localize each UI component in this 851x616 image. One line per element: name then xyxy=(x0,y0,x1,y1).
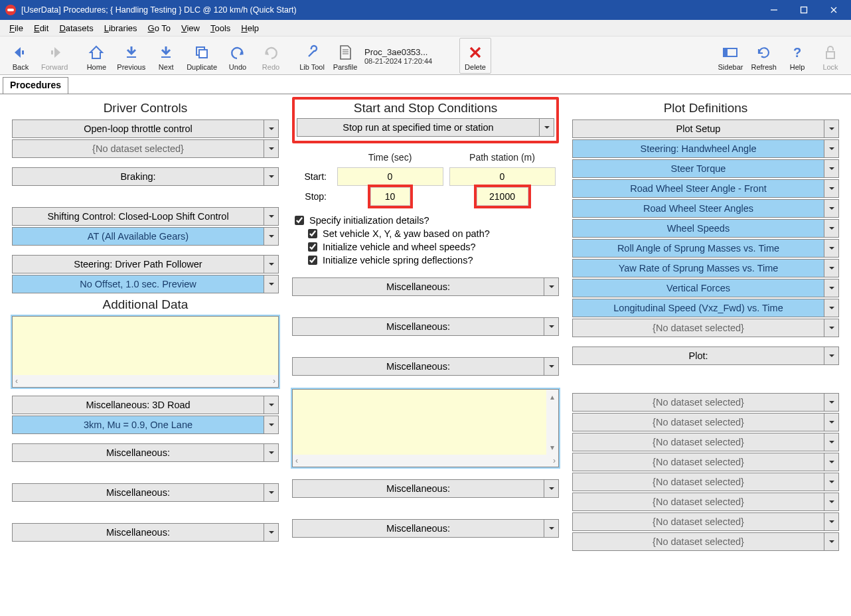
scrollbar-vertical[interactable]: ▴▾ xyxy=(546,390,558,455)
init-xy-checkbox[interactable] xyxy=(308,229,317,238)
plot-item-dropdown[interactable]: Road Wheel Steer Angles xyxy=(572,199,824,218)
chevron-down-icon[interactable] xyxy=(264,255,279,273)
chevron-down-icon[interactable] xyxy=(824,159,839,178)
help-button[interactable]: ?Help xyxy=(781,38,813,74)
menu-view[interactable]: View xyxy=(176,23,205,33)
plot-nosel-dropdown[interactable]: {No dataset selected} xyxy=(572,319,824,337)
chevron-down-icon[interactable] xyxy=(824,319,839,337)
plot-item-dropdown[interactable]: Steer Torque xyxy=(572,159,824,178)
misc-center-2[interactable]: Miscellaneous: xyxy=(292,317,544,336)
menu-datasets[interactable]: Datasets xyxy=(54,23,98,33)
stop-path-input[interactable]: 21000 xyxy=(477,187,528,206)
chevron-down-icon[interactable] xyxy=(824,219,839,238)
menu-tools[interactable]: Tools xyxy=(205,23,236,33)
chevron-down-icon[interactable] xyxy=(824,199,839,218)
chevron-down-icon[interactable] xyxy=(264,523,279,542)
plot-nosel-dropdown[interactable]: {No dataset selected} xyxy=(572,493,824,511)
start-time-input[interactable]: 0 xyxy=(337,167,443,186)
plot-item-dropdown[interactable]: Yaw Rate of Sprung Masses vs. Time xyxy=(572,259,824,277)
plot-nosel-dropdown[interactable]: {No dataset selected} xyxy=(572,532,824,551)
chevron-down-icon[interactable] xyxy=(544,317,559,336)
chevron-down-icon[interactable] xyxy=(824,179,839,198)
misc-center-4[interactable]: Miscellaneous: xyxy=(292,479,544,498)
chevron-down-icon[interactable] xyxy=(264,275,279,293)
undo-button[interactable]: Undo xyxy=(222,38,254,74)
chevron-down-icon[interactable] xyxy=(264,139,279,158)
plot-nosel-dropdown[interactable]: {No dataset selected} xyxy=(572,453,824,471)
redo-button[interactable]: Redo xyxy=(255,38,287,74)
back-button[interactable]: Back xyxy=(5,38,37,74)
plot-nosel-dropdown[interactable]: {No dataset selected} xyxy=(572,413,824,431)
init-spring-checkbox[interactable] xyxy=(308,256,317,265)
plot-item-dropdown[interactable]: Wheel Speeds xyxy=(572,219,824,238)
parsfile-button[interactable]: Parsfile xyxy=(329,38,361,74)
home-button[interactable]: Home xyxy=(80,38,112,74)
chevron-down-icon[interactable] xyxy=(824,393,839,412)
chevron-down-icon[interactable] xyxy=(544,357,559,376)
stop-condition-dropdown[interactable]: Stop run at specified time or station xyxy=(297,118,540,137)
menu-edit[interactable]: Edit xyxy=(29,23,54,33)
delete-button[interactable]: Delete xyxy=(459,38,491,74)
chevron-down-icon[interactable] xyxy=(264,119,279,138)
chevron-down-icon[interactable] xyxy=(544,479,559,498)
plot-item-dropdown[interactable]: Vertical Forces xyxy=(572,279,824,297)
maximize-button[interactable] xyxy=(789,0,818,20)
chevron-down-icon[interactable] xyxy=(264,167,279,186)
init-speed-checkbox[interactable] xyxy=(308,242,317,252)
chevron-down-icon[interactable] xyxy=(824,532,839,551)
plot-nosel-dropdown[interactable]: {No dataset selected} xyxy=(572,393,824,412)
steer-dropdown[interactable]: Steering: Driver Path Follower xyxy=(12,255,264,273)
menu-help[interactable]: Help xyxy=(236,23,264,33)
menu-libraries[interactable]: Libraries xyxy=(99,23,143,33)
center-textarea[interactable]: ▴▾ ‹› xyxy=(292,389,559,467)
libtool-button[interactable]: Lib Tool xyxy=(296,38,328,74)
chevron-down-icon[interactable] xyxy=(540,118,554,137)
plot-label-dropdown[interactable]: Plot: xyxy=(572,346,824,365)
scrollbar-horizontal[interactable]: ‹› xyxy=(13,375,278,387)
previous-button[interactable]: Previous xyxy=(114,38,149,74)
chevron-down-icon[interactable] xyxy=(264,443,279,462)
misc-dropdown-3[interactable]: Miscellaneous: xyxy=(12,523,264,542)
tab-procedures[interactable]: Procedures xyxy=(3,77,68,94)
plot-item-dropdown[interactable]: Roll Angle of Sprung Masses vs. Time xyxy=(572,239,824,258)
chevron-down-icon[interactable] xyxy=(824,346,839,365)
misc-center-5[interactable]: Miscellaneous: xyxy=(292,519,544,538)
chevron-down-icon[interactable] xyxy=(264,227,279,246)
throttle-dropdown[interactable]: Open-loop throttle control xyxy=(12,119,264,138)
additional-data-text[interactable]: ‹› xyxy=(12,316,279,388)
plot-item-dropdown[interactable]: Steering: Handwheel Angle xyxy=(572,139,824,158)
next-button[interactable]: Next xyxy=(150,38,182,74)
plot-setup-dropdown[interactable]: Plot Setup xyxy=(572,119,824,138)
chevron-down-icon[interactable] xyxy=(264,207,279,226)
throttle-sub-dropdown[interactable]: {No dataset selected} xyxy=(12,139,264,158)
steer-sub-dropdown[interactable]: No Offset, 1.0 sec. Preview xyxy=(12,275,264,293)
specify-init-checkbox[interactable] xyxy=(295,216,304,225)
scrollbar-horizontal[interactable]: ‹› xyxy=(293,455,558,467)
shift-dropdown[interactable]: Shifting Control: Closed-Loop Shift Cont… xyxy=(12,207,264,226)
braking-dropdown[interactable]: Braking: xyxy=(12,167,264,186)
misc-3d-road-dropdown[interactable]: Miscellaneous: 3D Road xyxy=(12,396,264,414)
chevron-down-icon[interactable] xyxy=(824,512,839,531)
chevron-down-icon[interactable] xyxy=(824,493,839,511)
plot-nosel-dropdown[interactable]: {No dataset selected} xyxy=(572,473,824,491)
chevron-down-icon[interactable] xyxy=(824,453,839,471)
chevron-down-icon[interactable] xyxy=(824,433,839,451)
chevron-down-icon[interactable] xyxy=(824,239,839,258)
stop-time-input[interactable]: 10 xyxy=(370,187,410,206)
menu-file[interactable]: File xyxy=(4,23,29,33)
chevron-down-icon[interactable] xyxy=(824,139,839,158)
misc-center-3[interactable]: Miscellaneous: xyxy=(292,357,544,376)
chevron-down-icon[interactable] xyxy=(264,396,279,414)
shift-sub-dropdown[interactable]: AT (All Available Gears) xyxy=(12,227,264,246)
misc-dropdown-2[interactable]: Miscellaneous: xyxy=(12,483,264,502)
chevron-down-icon[interactable] xyxy=(824,279,839,297)
chevron-down-icon[interactable] xyxy=(264,416,279,434)
refresh-button[interactable]: Refresh xyxy=(747,38,780,74)
plot-item-dropdown[interactable]: Longitudinal Speed (Vxz_Fwd) vs. Time xyxy=(572,299,824,317)
plot-nosel-dropdown[interactable]: {No dataset selected} xyxy=(572,512,824,531)
start-path-input[interactable]: 0 xyxy=(449,167,556,186)
menu-goto[interactable]: Go To xyxy=(143,23,176,33)
duplicate-button[interactable]: Duplicate xyxy=(183,38,220,74)
chevron-down-icon[interactable] xyxy=(824,413,839,431)
sidebar-button[interactable]: Sidebar xyxy=(714,38,746,74)
